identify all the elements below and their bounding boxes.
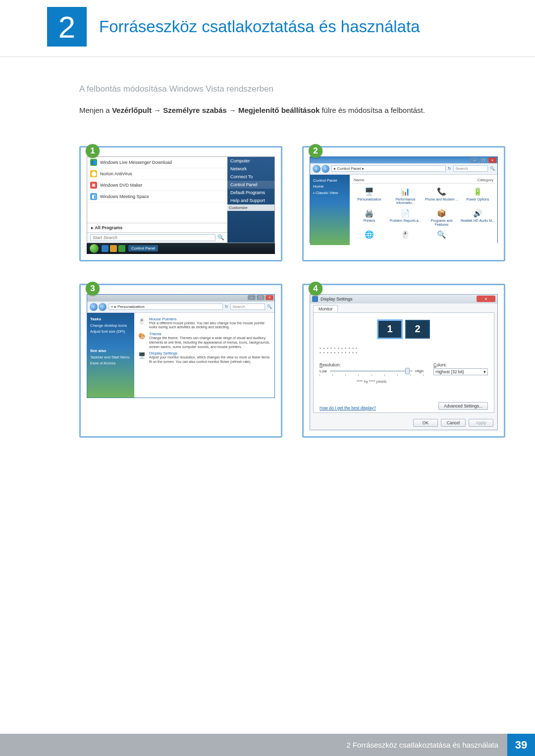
screenshot-4: 4 Display Settings × Monitor 1 2 * * * *…: [302, 284, 505, 438]
breadcrumb[interactable]: « ▸ Personalization: [108, 303, 223, 310]
start-right-item[interactable]: Computer: [227, 157, 274, 165]
page-number: 39: [507, 734, 535, 756]
chapter-number-box: 2: [47, 7, 87, 47]
start-right-item[interactable]: Network: [227, 165, 274, 173]
start-search-input[interactable]: [90, 234, 215, 241]
step-badge-2: 2: [309, 144, 322, 158]
item-icon: 🖥️: [137, 351, 146, 360]
tab-monitor[interactable]: Monitor: [313, 305, 338, 312]
window-icon: [312, 296, 318, 302]
start-search[interactable]: 🔍: [87, 232, 227, 243]
close-icon[interactable]: ×: [266, 295, 273, 300]
minimize-icon[interactable]: –: [248, 295, 256, 300]
seealso-link[interactable]: Taskbar and Start Menu: [90, 354, 131, 360]
back-icon[interactable]: ‹: [313, 165, 321, 173]
control-panel-item[interactable]: 📊Performance Informatio...: [388, 186, 423, 206]
explorer-icon[interactable]: [110, 245, 117, 252]
start-right-item[interactable]: Control Panel: [227, 181, 274, 189]
seealso-link[interactable]: Ease of Access: [90, 360, 131, 366]
close-icon[interactable]: ×: [477, 296, 495, 302]
taskbar-control-panel[interactable]: Control Panel: [128, 245, 158, 252]
personalization-item[interactable]: 🎨ThemeChange the theme. Themes can chang…: [137, 332, 271, 349]
control-panel-item[interactable]: 🔋Power Options: [460, 186, 495, 206]
personalization-item[interactable]: 🖥️Display SettingsAdjust your monitor re…: [137, 351, 271, 364]
start-menu-item[interactable]: ◙Windows DVD Maker: [87, 180, 227, 191]
control-panel-item[interactable]: 🔍: [424, 228, 459, 241]
task-link[interactable]: Change desktop icons: [90, 323, 131, 328]
taskbar: Control Panel: [87, 243, 275, 254]
start-right-item[interactable]: Default Programs: [227, 189, 274, 197]
start-orb-icon[interactable]: [90, 244, 99, 253]
forward-icon[interactable]: ›: [99, 303, 107, 311]
item-icon: 🎨: [137, 332, 146, 341]
item-icon: 🖱️: [137, 317, 146, 326]
step-badge-1: 1: [86, 144, 100, 158]
item-desc: Adjust your monitor resolution, which ch…: [149, 355, 271, 364]
cp-home-link[interactable]: Control Panel Home: [313, 178, 347, 191]
maximize-icon[interactable]: □: [480, 157, 487, 163]
cp-item-icon: 🔋: [472, 187, 484, 198]
task-link[interactable]: Adjust font size (DPI): [90, 329, 131, 334]
personalization-item[interactable]: 🖱️Mouse PointersPick a different mouse p…: [137, 317, 271, 330]
seealso-heading: See also: [90, 348, 131, 354]
screenshot-grid: 1 👥Windows Live Messenger Download⬤Norto…: [79, 146, 505, 438]
advanced-settings-button[interactable]: Advanced Settings...: [438, 402, 488, 410]
apply-button[interactable]: Apply: [469, 419, 493, 427]
control-panel-item[interactable]: 📞Phone and Modem ...: [424, 186, 459, 206]
all-programs[interactable]: ▸ All Programs: [87, 223, 227, 232]
resolution-value: **** by **** pixels: [320, 379, 424, 384]
instruction-text: Menjen a Vezérlőpult → Személyre szabás …: [79, 105, 505, 116]
customize-label: Customize: [227, 204, 274, 211]
control-panel-item[interactable]: [460, 228, 495, 241]
window-title: Display Settings: [321, 297, 353, 302]
maximize-icon[interactable]: □: [257, 295, 265, 300]
app-icon: ◧: [90, 193, 97, 200]
search-input[interactable]: Search: [230, 303, 265, 310]
cp-item-label: Realtek HD Audio M...: [461, 219, 495, 223]
cp-item-label: Performance Informatio...: [388, 198, 423, 205]
control-panel-item[interactable]: 🌐: [352, 228, 387, 241]
step-badge-3: 3: [86, 282, 100, 296]
control-panel-item[interactable]: 📄Problem Reports a...: [388, 207, 423, 227]
start-menu-item[interactable]: 👥Windows Live Messenger Download: [87, 157, 227, 168]
resolution-label: Resolution:: [320, 362, 424, 367]
colors-select[interactable]: Highest (32 bit)▾: [433, 368, 488, 375]
control-panel-item[interactable]: 🖱️: [388, 228, 423, 241]
cp-item-label: Phone and Modem ...: [425, 198, 458, 202]
back-icon[interactable]: ‹: [90, 303, 98, 311]
cancel-button[interactable]: Cancel: [441, 419, 466, 427]
monitor-1[interactable]: 1: [377, 320, 402, 339]
app-icon: ⬤: [90, 170, 97, 177]
minimize-icon[interactable]: –: [471, 157, 479, 163]
control-panel-item[interactable]: 🖥️Personalization: [352, 186, 387, 206]
cp-item-icon: 🔊: [472, 208, 484, 219]
chevron-down-icon: ▾: [483, 369, 486, 374]
classic-view-link[interactable]: Classic View: [313, 190, 347, 197]
app-label: Windows Live Messenger Download: [100, 160, 172, 165]
search-icon: 🔍: [217, 234, 224, 241]
personalization-sidebar: Tasks Change desktop icons Adjust font s…: [87, 313, 134, 398]
forward-icon[interactable]: ›: [321, 165, 329, 173]
resolution-slider[interactable]: Low High: [320, 369, 424, 373]
cp-item-icon: 🖥️: [364, 187, 375, 198]
start-right-item[interactable]: Help and Support: [227, 197, 274, 204]
search-input[interactable]: Search: [453, 165, 488, 172]
refresh-icon[interactable]: ↻: [448, 166, 451, 171]
control-panel-item[interactable]: 📦Programs and Features: [424, 207, 459, 227]
refresh-icon[interactable]: ↻: [225, 304, 228, 309]
media-icon[interactable]: [118, 245, 125, 252]
step-badge-4: 4: [309, 282, 322, 296]
start-menu-item[interactable]: ◧Windows Meeting Space: [87, 191, 227, 202]
control-panel-item[interactable]: 🔊Realtek HD Audio M...: [460, 207, 495, 227]
start-right-item[interactable]: Connect To: [227, 173, 274, 181]
close-icon[interactable]: ×: [488, 157, 496, 163]
control-panel-sidebar: Control Panel Home Classic View: [310, 175, 350, 246]
ie-icon[interactable]: [102, 245, 108, 252]
start-menu-item[interactable]: ⬤Norton AntiVirus: [87, 168, 227, 180]
cp-item-label: Programs and Features: [424, 219, 459, 226]
breadcrumb[interactable]: ▸ Control Panel ▸: [331, 165, 446, 172]
control-panel-item[interactable]: 🖨️Printers: [352, 207, 387, 227]
ok-button[interactable]: OK: [413, 419, 438, 427]
monitor-2[interactable]: 2: [405, 320, 430, 339]
footer-text: 2 Forráseszköz csatlakoztatása és haszná…: [346, 741, 498, 749]
